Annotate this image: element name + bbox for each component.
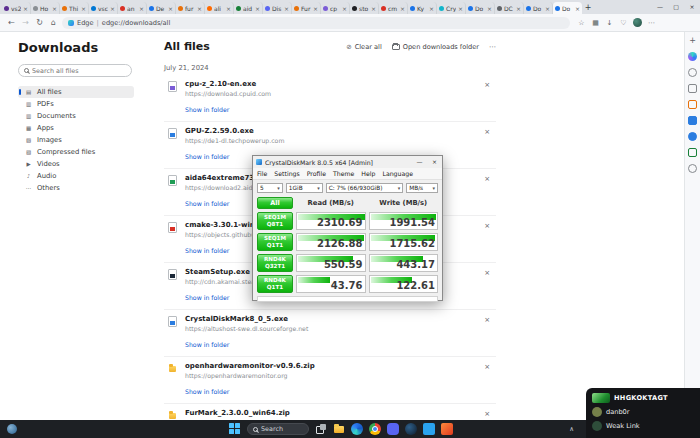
cdm-test-button[interactable]: SEQ1M Q8T1 [257,212,293,230]
overlay-member-row[interactable]: Weak Link [592,419,694,433]
tab-close-icon[interactable]: × [458,5,463,12]
browser-tab[interactable]: ali × [205,2,234,14]
start-button[interactable] [229,423,241,435]
cdm-menu-item[interactable]: Settings [274,170,299,177]
steam-icon[interactable] [405,423,417,435]
downloads-filter-item[interactable]: ▥ Documents [18,110,134,122]
browser-tab[interactable]: DC × [495,2,524,14]
browser-tab[interactable]: Do × [466,2,495,14]
back-button[interactable]: ← [6,18,17,27]
browser-tab[interactable]: Dis × [263,2,292,14]
browser-tab[interactable]: Do × [524,2,553,14]
show-in-folder-link[interactable]: Show in folder [185,153,229,160]
downloads-filter-item[interactable]: ▤ All files [18,86,134,98]
file-explorer-icon[interactable] [333,423,345,435]
vscode-icon[interactable] [423,423,435,435]
window-close-button[interactable]: × [684,0,700,14]
profile-avatar[interactable] [633,18,642,27]
browser-tab[interactable]: cp × [321,2,350,14]
open-downloads-folder-button[interactable]: Open downloads folder [392,43,479,51]
remove-download-button[interactable]: × [484,269,490,277]
new-tab-button[interactable]: + [582,2,594,14]
window-maximize-button[interactable]: ▢ [668,0,684,14]
cdm-test-button[interactable]: SEQ1M Q1T1 [257,233,293,251]
remove-download-button[interactable]: × [484,222,490,230]
browser-tab[interactable]: Do × [553,2,582,14]
browser-tab[interactable]: De × [147,2,176,14]
drop-icon[interactable] [688,132,697,141]
copilot-icon[interactable] [688,52,697,61]
remove-download-button[interactable]: × [484,128,490,136]
downloads-filter-item[interactable]: ▨ Compressed files [18,146,134,158]
browser-tab[interactable]: Cry × [437,2,466,14]
forward-button[interactable]: → [20,18,31,27]
tab-close-icon[interactable]: × [52,5,57,12]
outlook-icon[interactable] [688,116,697,125]
test-size-select[interactable]: 1GiB▾ [286,183,323,193]
tab-close-icon[interactable]: × [545,5,550,12]
task-view-icon[interactable] [315,423,327,435]
cdm-minimize-button[interactable]: — [412,156,427,168]
cdm-title-bar[interactable]: CrystalDiskMark 8.0.5 x64 [Admin] — × [253,156,442,168]
remove-download-button[interactable]: × [484,316,490,324]
downloads-filter-item[interactable]: ⋯ Others [18,182,134,194]
collections-icon[interactable]: ▦ [591,19,600,27]
address-bar[interactable]: Edge | edge://downloads/all [62,17,570,29]
tab-close-icon[interactable]: × [284,5,289,12]
tab-close-icon[interactable]: × [575,5,580,12]
tab-close-icon[interactable]: × [371,5,376,12]
remove-download-button[interactable]: × [484,81,490,89]
crystaldiskmark-window[interactable]: CrystalDiskMark 8.0.5 x64 [Admin] — × Fi… [252,155,443,301]
cdm-menu-item[interactable]: Profile [307,170,326,177]
overlay-header-row[interactable]: HHGKOKTAGT [592,391,694,405]
settings-sidebar-icon[interactable] [688,164,697,173]
overlay-member-row[interactable]: danb0r [592,405,694,419]
more-options-button[interactable]: ⋯ [489,43,496,51]
tab-close-icon[interactable]: × [487,5,492,12]
search-sidebar-icon[interactable] [688,68,697,77]
tab-close-icon[interactable]: × [81,5,86,12]
tab-close-icon[interactable]: × [400,5,405,12]
games-icon[interactable] [688,148,697,157]
microsoft365-icon[interactable] [688,100,697,109]
cdm-test-button[interactable]: RND4K Q32T1 [257,254,293,272]
edge-icon[interactable] [351,423,363,435]
browser-tab[interactable]: Ho × [31,2,60,14]
remove-download-button[interactable]: × [484,363,490,371]
tab-close-icon[interactable]: × [516,5,521,12]
browser-tab[interactable]: Fur × [292,2,321,14]
browser-tab[interactable]: fur × [176,2,205,14]
downloads-icon[interactable]: ↓ [605,19,614,27]
tab-close-icon[interactable]: × [226,5,231,12]
cdm-test-button[interactable]: RND4K Q1T1 [257,275,293,293]
remove-download-button[interactable]: × [484,175,490,183]
downloads-filter-item[interactable]: ▧ Images [18,134,134,146]
downloads-search-box[interactable] [18,64,132,77]
test-count-select[interactable]: 5▾ [257,183,283,193]
chrome-icon[interactable] [369,423,381,435]
cdm-close-button[interactable]: × [427,156,442,168]
tab-close-icon[interactable]: × [255,5,260,12]
download-item[interactable]: openhardwaremonitor-v0.9.6.zip https://o… [164,357,496,404]
browser-tab[interactable]: vs2 × [2,2,31,14]
show-in-folder-link[interactable]: Show in folder [185,294,229,301]
tab-close-icon[interactable]: × [110,5,115,12]
tab-close-icon[interactable]: × [197,5,202,12]
cdm-menu-item[interactable]: Help [361,170,375,177]
browser-tab[interactable]: aid × [234,2,263,14]
cdm-all-test-button[interactable]: All [257,197,293,209]
tray-chevron-icon[interactable]: ∧ [569,425,574,433]
download-item[interactable]: cpu-z_2.10-en.exe https://download.cpuid… [164,75,496,122]
downloads-filter-item[interactable]: ▦ Apps [18,122,134,134]
tab-close-icon[interactable]: × [313,5,318,12]
tab-close-icon[interactable]: × [429,5,434,12]
tab-close-icon[interactable]: × [342,5,347,12]
settings-more-icon[interactable]: ⋯ [647,19,656,27]
tab-close-icon[interactable]: × [139,5,144,12]
aida64-icon[interactable] [441,423,453,435]
show-in-folder-link[interactable]: Show in folder [185,106,229,113]
widgets-icon[interactable] [7,424,17,434]
browser-essentials-icon[interactable]: ♡ [619,19,628,27]
cdm-menu-item[interactable]: Language [382,170,413,177]
show-in-folder-link[interactable]: Show in folder [185,247,229,254]
